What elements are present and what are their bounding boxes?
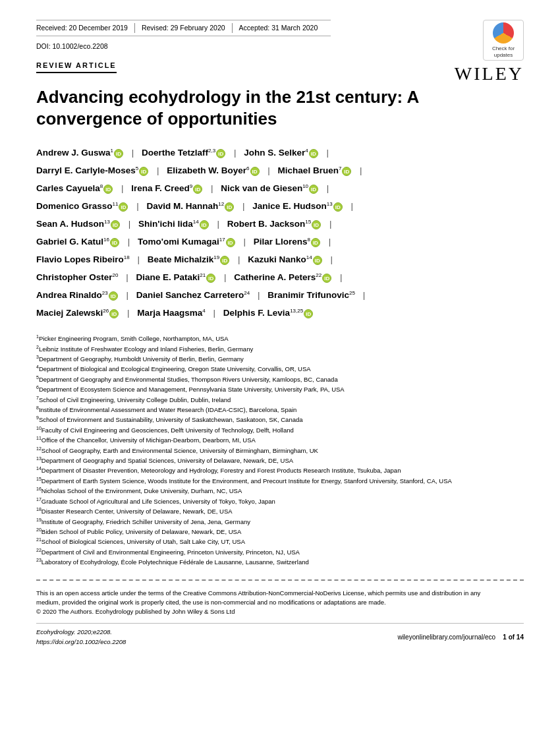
orcid-icon: ID bbox=[311, 238, 320, 247]
affiliation-18: 18Disaster Research Center, University o… bbox=[36, 506, 524, 516]
author-9: Nick van de Giesen10ID bbox=[221, 183, 319, 193]
affiliation-4: 4Department of Biological and Ecological… bbox=[36, 364, 524, 374]
affiliation-5: 5Department of Geography and Environment… bbox=[36, 374, 524, 384]
orcid-icon: ID bbox=[309, 149, 318, 158]
affiliation-1: 1Picker Engineering Program, Smith Colle… bbox=[36, 334, 524, 343]
author-25: Andrea Rinaldo23ID bbox=[36, 290, 119, 300]
affiliation-15: 15Department of Earth System Science, Wo… bbox=[36, 476, 524, 486]
author-22: Christopher Oster20 bbox=[36, 272, 118, 282]
author-14: Shin'ichi Iida14ID bbox=[138, 219, 210, 229]
affiliation-3: 3Department of Geography, Humboldt Unive… bbox=[36, 354, 524, 364]
orcid-icon: ID bbox=[111, 220, 120, 229]
author-3: John S. Selker4ID bbox=[244, 148, 319, 158]
affiliation-16: 16Nicholas School of the Environment, Du… bbox=[36, 486, 524, 496]
footer: Ecohydrology. 2020;e2208. https://doi.or… bbox=[36, 623, 524, 647]
author-27: Branimir Trifunovic25 bbox=[267, 290, 355, 300]
author-2: Doerthe Tetzlaff2,3ID bbox=[142, 148, 226, 158]
author-1: Andrew J. Guswa1ID bbox=[36, 148, 124, 158]
affiliation-23: 23Laboratory of Ecohydrology, École Poly… bbox=[36, 557, 524, 567]
author-21: Kazuki Nanko14ID bbox=[248, 254, 322, 264]
author-7: Carles Cayuela8ID bbox=[36, 183, 113, 193]
orcid-icon: ID bbox=[216, 149, 225, 158]
author-12: Janice E. Hudson13ID bbox=[252, 201, 343, 211]
article-title: Advancing ecohydrology in the 21st centu… bbox=[36, 86, 524, 129]
author-6: Michael Bruen7ID bbox=[278, 165, 352, 175]
author-4: Darryl E. Carlyle-Moses5ID bbox=[36, 165, 149, 175]
revised-date: Revised: 29 February 2020 bbox=[142, 23, 233, 33]
orcid-icon: ID bbox=[109, 309, 119, 318]
author-13: Sean A. Hudson13ID bbox=[36, 219, 121, 229]
badge-circle-icon bbox=[493, 22, 514, 44]
orcid-icon: ID bbox=[250, 167, 260, 176]
header-dates-bar: Received: 20 December 2019 Revised: 29 F… bbox=[36, 20, 331, 36]
doi-footer: https://doi.org/10.1002/eco.2208 bbox=[36, 638, 126, 645]
affiliation-17: 17Graduate School of Agricultural and Li… bbox=[36, 496, 524, 506]
orcid-icon: ID bbox=[342, 167, 351, 176]
open-access-text: This is an open access article under the… bbox=[36, 589, 524, 617]
affiliation-19: 19Institute of Geography, Friedrich Schi… bbox=[36, 517, 524, 527]
badge-label: Check for updates bbox=[484, 45, 523, 58]
author-17: Tomo'omi Kumagai17ID bbox=[138, 237, 236, 247]
orcid-icon: ID bbox=[193, 185, 202, 194]
affiliation-11: 11Office of the Chancellor, University o… bbox=[36, 435, 524, 445]
author-23: Diane E. Pataki21ID bbox=[136, 272, 216, 282]
orcid-icon: ID bbox=[312, 220, 321, 229]
affiliation-10: 10Faculty of Civil Engineering and Geosc… bbox=[36, 425, 524, 435]
review-wiley-row: REVIEW ARTICLE WILEY bbox=[36, 61, 524, 86]
orcid-icon: ID bbox=[110, 238, 119, 247]
orcid-icon: ID bbox=[139, 167, 148, 176]
affiliation-14: 14Department of Disaster Prevention, Met… bbox=[36, 465, 524, 475]
author-10: Domenico Grasso11ID bbox=[36, 201, 128, 211]
orcid-icon: ID bbox=[109, 291, 118, 301]
affiliations-section: 1Picker Engineering Program, Smith Colle… bbox=[36, 334, 524, 567]
affiliation-12: 12School of Geography, Earth and Environ… bbox=[36, 446, 524, 456]
affiliation-6: 6Department of Ecosystem Science and Man… bbox=[36, 384, 524, 394]
authors-section: Andrew J. Guswa1ID | Doerthe Tetzlaff2,3… bbox=[36, 144, 524, 322]
affiliation-7: 7School of Civil Engineering, University… bbox=[36, 395, 524, 405]
orcid-icon: ID bbox=[119, 202, 128, 212]
check-updates-badge[interactable]: Check for updates bbox=[483, 20, 524, 61]
author-8: Irena F. Creed9ID bbox=[131, 183, 203, 193]
orcid-icon: ID bbox=[333, 202, 343, 212]
author-26: Daniel Sanchez Carretero24 bbox=[136, 290, 250, 300]
author-28: Maciej Zalewski26ID bbox=[36, 308, 119, 318]
journal-url: wileyonlinelibrary.com/journal/eco bbox=[397, 634, 495, 641]
author-20: Beate Michalzik19ID bbox=[148, 254, 230, 264]
author-5: Elizabeth W. Boyer6ID bbox=[167, 165, 260, 175]
footer-left: Ecohydrology. 2020;e2208. https://doi.or… bbox=[36, 628, 126, 647]
doi: DOI: 10.1002/eco.2208 bbox=[36, 42, 331, 51]
orcid-icon: ID bbox=[220, 256, 229, 265]
author-16: Gabriel G. Katul16ID bbox=[36, 237, 120, 247]
author-18: Pilar Llorens8ID bbox=[254, 237, 321, 247]
orcid-icon: ID bbox=[309, 185, 318, 194]
accepted-date: Accepted: 31 March 2020 bbox=[239, 23, 325, 33]
year-info: 2020;e2208. bbox=[77, 628, 112, 635]
received-date: Received: 20 December 2019 bbox=[36, 23, 135, 33]
orcid-icon: ID bbox=[313, 256, 322, 265]
orcid-icon: ID bbox=[114, 149, 123, 158]
author-19: Flavio Lopes Ribeiro18 bbox=[36, 254, 130, 264]
orcid-icon: ID bbox=[322, 274, 331, 283]
orcid-icon: ID bbox=[200, 220, 209, 229]
page: Received: 20 December 2019 Revised: 29 F… bbox=[0, 0, 560, 737]
orcid-icon: ID bbox=[225, 202, 234, 212]
author-29: Marja Haagsma4 bbox=[137, 308, 206, 318]
affiliation-9: 9School of Environment and Sustainabilit… bbox=[36, 415, 524, 425]
page-number: 1 of 14 bbox=[503, 634, 524, 641]
publisher-logo: WILEY bbox=[455, 61, 524, 86]
affiliation-13: 13Department of Geography and Spatial Sc… bbox=[36, 456, 524, 465]
dashed-divider bbox=[36, 579, 524, 581]
review-article-label: REVIEW ARTICLE bbox=[36, 61, 117, 73]
author-15: Robert B. Jackson15ID bbox=[227, 219, 322, 229]
affiliation-20: 20Biden School of Public Policy, Univers… bbox=[36, 527, 524, 537]
affiliation-8: 8Institute of Environmental Assessment a… bbox=[36, 405, 524, 415]
affiliation-2: 2Leibniz Institute of Freshwater Ecology… bbox=[36, 344, 524, 354]
footer-right: wileyonlinelibrary.com/journal/eco 1 of … bbox=[397, 633, 524, 642]
orcid-icon: ID bbox=[206, 274, 215, 283]
orcid-icon: ID bbox=[226, 238, 235, 247]
author-30: Delphis F. Levia13,25ID bbox=[223, 308, 314, 318]
author-24: Catherine A. Peters22ID bbox=[234, 272, 332, 282]
author-11: David M. Hannah12ID bbox=[147, 201, 235, 211]
journal-name: Ecohydrology. bbox=[36, 628, 76, 635]
affiliation-22: 22Department of Civil and Environmental … bbox=[36, 547, 524, 557]
